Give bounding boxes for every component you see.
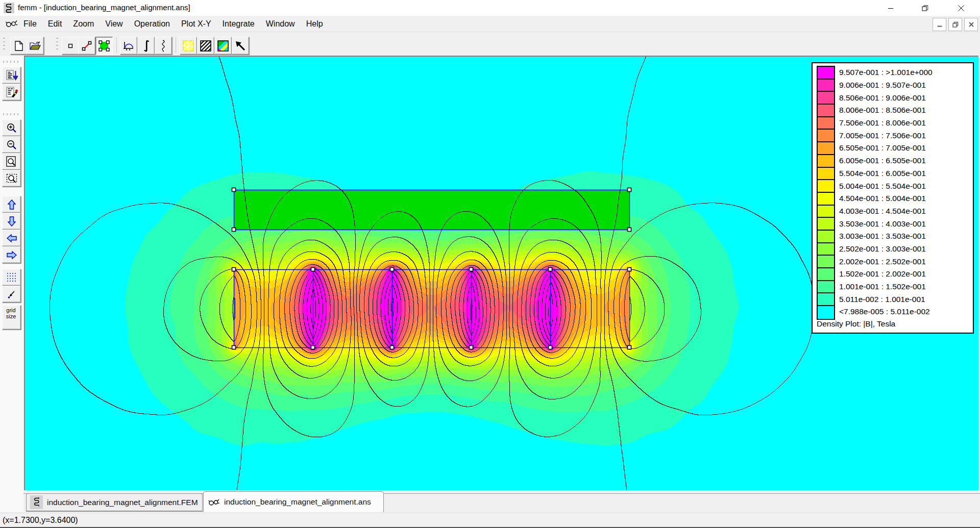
pan-left-button[interactable] — [2, 230, 21, 246]
show-density-grey-button[interactable] — [197, 37, 214, 55]
legend-label: 4.504e-001 : 5.004e-001 — [839, 194, 926, 203]
legend-label: 7.005e-001 : 7.506e-001 — [839, 131, 926, 140]
menu-items: FileEditZoomViewOperationPlot X-YIntegra… — [18, 16, 329, 32]
legend-label: 6.005e-001 : 6.505e-001 — [839, 156, 926, 165]
toolbar-separator — [176, 37, 176, 53]
sidebar-gripper[interactable] — [3, 61, 18, 63]
legend-label: 6.505e-001 : 7.005e-001 — [839, 144, 926, 153]
legend-label: 2.502e-001 : 3.003e-001 — [839, 244, 926, 254]
status-bar: (x=1.7300,y=3.6400) — [0, 513, 980, 528]
line-integral-button[interactable] — [137, 37, 155, 55]
toolbar-gripper[interactable] — [3, 38, 5, 52]
femm-post-glasses-icon — [207, 495, 220, 509]
show-grid-button[interactable] — [2, 269, 21, 286]
menu-zoom[interactable]: Zoom — [67, 17, 100, 31]
minimize-button[interactable] — [879, 0, 902, 16]
legend-label: 4.003e-001 : 4.504e-001 — [839, 207, 926, 216]
zoom-in-button[interactable] — [2, 119, 21, 136]
menu-edit[interactable]: Edit — [42, 17, 68, 31]
toolbar-gripper[interactable] — [56, 38, 58, 52]
legend-label: 1.001e-001 : 1.502e-001 — [839, 282, 926, 291]
tab-label: induction_bearing_magnet_alignment.ans — [224, 497, 371, 507]
xy-plot-button[interactable] — [120, 37, 137, 55]
legend-label: 9.006e-001 : 9.507e-001 — [839, 81, 926, 90]
legend-label: 3.503e-001 : 4.003e-001 — [839, 219, 926, 229]
close-button[interactable] — [949, 0, 973, 16]
show-mesh-button[interactable] — [180, 37, 197, 55]
legend-label: 2.002e-001 : 2.502e-001 — [839, 257, 926, 266]
legend-label: 5.504e-001 : 6.005e-001 — [839, 169, 926, 178]
pan-down-button[interactable] — [2, 213, 21, 230]
mdi-controls — [933, 18, 978, 31]
femm-coil-icon — [30, 495, 43, 509]
menu-help[interactable]: Help — [301, 17, 329, 31]
title-bar: femm - [induction_bearing_magnet_alignme… — [0, 0, 980, 16]
show-density-color-button[interactable] — [214, 37, 232, 55]
point-mode-button[interactable] — [62, 37, 79, 55]
open-file-button[interactable] — [27, 37, 44, 55]
legend-label: 5.011e-002 : 1.001e-001 — [839, 295, 925, 304]
block-mode-button[interactable] — [95, 37, 113, 55]
tab-ans-document[interactable]: induction_bearing_magnet_alignment.ans — [203, 491, 384, 512]
pan-up-button[interactable] — [2, 196, 21, 213]
menu-file[interactable]: File — [18, 17, 42, 31]
left-toolbar: grid size — [0, 56, 23, 512]
legend-label: 9.507e-001 : >1.001e+000 — [839, 68, 933, 78]
line-mode-button[interactable] — [78, 37, 95, 55]
legend-label: 8.506e-001 : 9.006e-001 — [839, 93, 926, 103]
legend-label: <7.988e-005 : 5.011e-002 — [839, 308, 930, 317]
mdi-restore-button[interactable] — [948, 18, 962, 31]
window-title: femm - [induction_bearing_magnet_alignme… — [18, 3, 190, 12]
zoom-out-button[interactable] — [2, 136, 21, 153]
zoom-natural-button[interactable] — [2, 153, 21, 170]
menu-bar: FileEditZoomViewOperationPlot X-YIntegra… — [0, 16, 980, 32]
restore-button[interactable] — [913, 0, 937, 16]
cursor-position: (x=1.7300,y=3.6400) — [3, 516, 78, 525]
legend-swatch — [817, 305, 835, 320]
point-values-list-button[interactable] — [2, 67, 21, 84]
legend-label: 1.502e-001 : 2.002e-001 — [839, 270, 926, 279]
mdi-minimize-button[interactable] — [933, 18, 946, 31]
legend-label: 8.006e-001 : 8.506e-001 — [839, 106, 926, 115]
menu-integrate[interactable]: Integrate — [217, 17, 260, 31]
app-icon — [4, 3, 14, 13]
sidebar-gripper[interactable] — [3, 113, 18, 115]
zoom-window-button[interactable] — [2, 170, 21, 187]
legend-label: 5.004e-001 : 5.504e-001 — [839, 182, 926, 191]
tab-fem-document[interactable]: induction_bearing_magnet_alignment.FEM — [26, 493, 203, 512]
menu-view[interactable]: View — [100, 17, 128, 31]
edit-note-button[interactable] — [2, 84, 21, 100]
document-tab-bar: induction_bearing_magnet_alignment.FEM i… — [23, 490, 980, 513]
menu-window[interactable]: Window — [260, 17, 301, 31]
menu-plot-x-y[interactable]: Plot X-Y — [176, 17, 217, 31]
density-legend: 9.507e-001 : >1.001e+0009.006e-001 : 9.5… — [812, 62, 974, 334]
snap-to-grid-button[interactable] — [2, 286, 21, 303]
contour-button[interactable] — [155, 37, 172, 55]
femm-window: femm - [induction_bearing_magnet_alignme… — [0, 0, 980, 528]
menu-operation[interactable]: Operation — [129, 17, 176, 31]
grid-size-button[interactable]: grid size — [2, 305, 21, 330]
new-document-button[interactable] — [10, 37, 28, 55]
toolbar-separator — [116, 37, 117, 53]
vector-plot-button[interactable] — [232, 37, 249, 55]
toolbar — [0, 32, 980, 56]
grid-size-label: grid size — [3, 307, 19, 319]
mdi-close-button[interactable] — [964, 18, 978, 31]
legend-title: Density Plot: |B|, Tesla — [817, 319, 895, 329]
pan-right-button[interactable] — [2, 246, 21, 263]
document-system-icon[interactable] — [5, 18, 18, 29]
legend-label: 3.003e-001 : 3.503e-001 — [839, 232, 926, 241]
tab-label: induction_bearing_magnet_alignment.FEM — [47, 498, 198, 507]
legend-label: 7.506e-001 : 8.006e-001 — [839, 118, 926, 128]
